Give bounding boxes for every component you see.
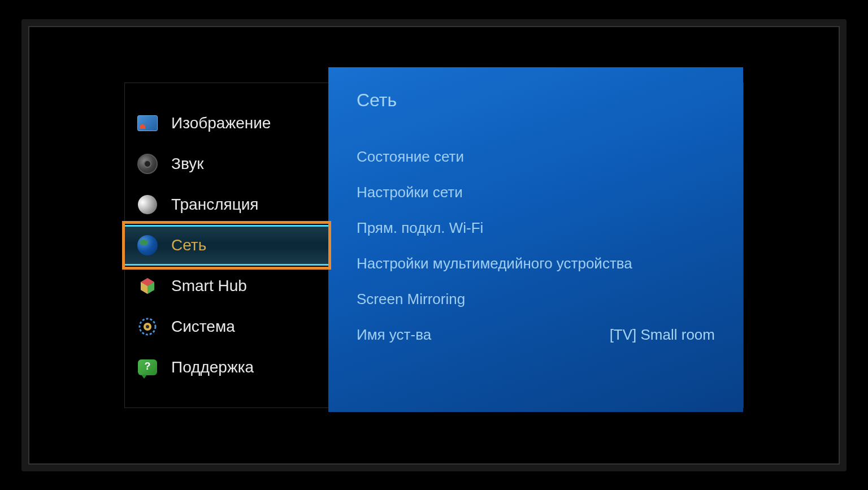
panel-item-label: Состояние сети xyxy=(357,148,464,166)
tv-frame: Изображение Звук Трансляция Сеть xyxy=(21,19,847,471)
network-settings-panel: Сеть Состояние сети Настройки сети Прям.… xyxy=(328,67,743,412)
support-icon xyxy=(136,356,159,379)
sidebar-item-label: Звук xyxy=(171,155,203,173)
sidebar-item-support[interactable]: Поддержка xyxy=(125,347,328,388)
picture-icon xyxy=(136,112,159,135)
tv-screen: Изображение Звук Трансляция Сеть xyxy=(48,46,820,445)
svg-point-2 xyxy=(146,325,149,328)
sidebar-item-label: Smart Hub xyxy=(171,277,247,295)
network-icon xyxy=(136,234,159,257)
panel-item-label: Прям. подкл. Wi-Fi xyxy=(357,219,483,237)
sidebar-item-label: Сеть xyxy=(171,236,206,254)
sidebar-item-label: Изображение xyxy=(171,114,271,132)
sidebar-item-network[interactable]: Сеть xyxy=(125,225,328,266)
sidebar-item-label: Трансляция xyxy=(171,196,258,214)
device-name-value: [TV] Small room xyxy=(610,326,715,344)
sidebar-item-sound[interactable]: Звук xyxy=(125,144,328,184)
settings-sidebar: Изображение Звук Трансляция Сеть xyxy=(125,83,328,407)
panel-item-label: Screen Mirroring xyxy=(357,290,465,308)
settings-menu: Изображение Звук Трансляция Сеть xyxy=(124,83,744,408)
panel-item-wifi-direct[interactable]: Прям. подкл. Wi-Fi xyxy=(357,210,715,246)
sidebar-item-smarthub[interactable]: Smart Hub xyxy=(125,266,328,306)
panel-item-label: Имя уст-ва xyxy=(357,326,431,344)
panel-item-screen-mirroring[interactable]: Screen Mirroring xyxy=(357,281,715,317)
sidebar-item-picture[interactable]: Изображение xyxy=(125,103,328,144)
sidebar-item-label: Система xyxy=(171,318,235,336)
panel-item-network-status[interactable]: Состояние сети xyxy=(357,139,715,175)
panel-item-label: Настройки мультимедийного устройства xyxy=(357,255,632,272)
sidebar-item-system[interactable]: Система xyxy=(125,306,328,347)
sound-icon xyxy=(136,153,159,175)
sidebar-item-label: Поддержка xyxy=(171,358,254,376)
panel-item-multimedia-device-settings[interactable]: Настройки мультимедийного устройства xyxy=(357,246,715,281)
panel-title: Сеть xyxy=(357,90,715,111)
smarthub-icon xyxy=(136,275,159,297)
sidebar-item-broadcast[interactable]: Трансляция xyxy=(125,184,328,225)
panel-item-label: Настройки сети xyxy=(357,184,463,201)
panel-item-network-settings[interactable]: Настройки сети xyxy=(357,175,715,210)
panel-item-device-name[interactable]: Имя уст-ва [TV] Small room xyxy=(357,317,715,353)
broadcast-icon xyxy=(136,193,159,216)
system-icon xyxy=(136,315,159,338)
